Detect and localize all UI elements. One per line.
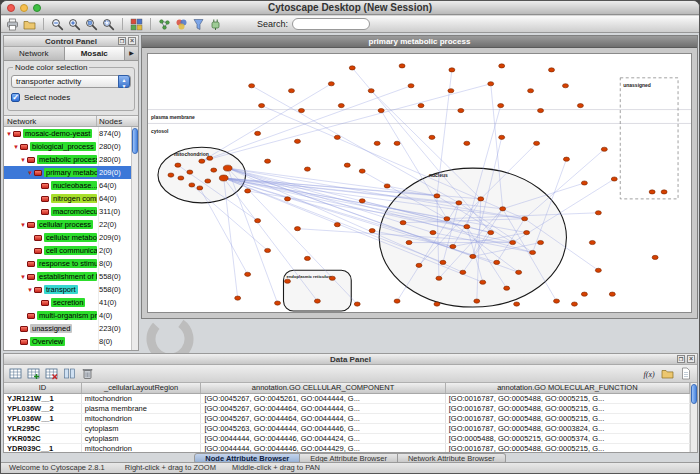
graph-node[interactable]: [394, 141, 400, 145]
graph-node[interactable]: [223, 165, 232, 171]
graph-node[interactable]: [581, 181, 587, 185]
tab-scroll-right-icon[interactable]: [125, 47, 138, 60]
table-row[interactable]: YPL036W__2plasma membrane[GO:0045267, GO…: [4, 404, 690, 414]
print-icon[interactable]: [5, 17, 20, 32]
graph-node[interactable]: [611, 177, 617, 181]
graph-edge[interactable]: [202, 84, 491, 161]
graph-node[interactable]: [440, 260, 446, 264]
expand-arrow-icon[interactable]: ▼: [27, 287, 34, 293]
tree-row-transport[interactable]: ▼transport558(0): [4, 283, 138, 296]
tree-row-cellular-process[interactable]: ▼cellular process22(0): [4, 218, 138, 231]
annotation-icon[interactable]: [129, 17, 144, 32]
graph-node[interactable]: [488, 231, 494, 235]
expand-arrow-icon[interactable]: ▼: [6, 131, 13, 137]
zoom-in-icon[interactable]: [67, 17, 82, 32]
table-scrollbar[interactable]: [690, 383, 697, 452]
column-go-cellular-component[interactable]: annotation.GO CELLULAR_COMPONENT: [201, 383, 445, 393]
filter-icon[interactable]: [191, 17, 206, 32]
graph-node[interactable]: [562, 84, 568, 88]
graph-node[interactable]: [516, 270, 522, 274]
table-row[interactable]: YJR121W__1mitochondrion[GO:0045267, GO:0…: [4, 394, 690, 404]
graph-node[interactable]: [298, 108, 304, 112]
graph-edge[interactable]: [224, 178, 318, 301]
graph-node[interactable]: [538, 108, 544, 112]
graph-node[interactable]: [464, 225, 470, 229]
graph-node[interactable]: [314, 299, 320, 303]
select-attributes-icon[interactable]: [8, 366, 23, 381]
zoom-selected-icon[interactable]: [84, 17, 99, 32]
graph-node[interactable]: [168, 173, 174, 177]
graph-node[interactable]: [456, 201, 462, 205]
graph-node[interactable]: [577, 104, 583, 108]
graph-node[interactable]: [589, 240, 595, 244]
graph-node[interactable]: [434, 302, 440, 306]
graph-node[interactable]: [284, 279, 290, 283]
expand-arrow-icon[interactable]: ▼: [20, 157, 27, 163]
dropdown-arrows-icon[interactable]: [118, 75, 130, 88]
vizmapper-icon[interactable]: [174, 17, 189, 32]
graph-node[interactable]: [368, 89, 374, 93]
tree-row-unassigned[interactable]: unassigned223(0): [4, 322, 138, 335]
graph-node[interactable]: [524, 231, 530, 235]
tab-mosaic[interactable]: Mosaic: [65, 47, 126, 60]
graph-node[interactable]: [294, 139, 300, 143]
column-network[interactable]: Network: [4, 116, 97, 126]
tree-row-macromolecule[interactable]: macromolecule...311(0): [4, 205, 138, 218]
graph-node[interactable]: [205, 179, 211, 183]
graph-node[interactable]: [175, 163, 181, 167]
graph-node[interactable]: [245, 272, 251, 276]
data-panel-header[interactable]: Data Panel: [4, 354, 697, 365]
graph-node[interactable]: [609, 292, 615, 296]
expand-arrow-icon[interactable]: ▼: [20, 222, 27, 228]
graph-node[interactable]: [449, 68, 455, 72]
float-panel-icon[interactable]: [118, 37, 126, 45]
graph-node[interactable]: [429, 135, 435, 139]
graph-node[interactable]: [354, 302, 360, 306]
tree-row-response-to-stimul[interactable]: response to stimul...8(0): [4, 257, 138, 270]
zoom-out-icon[interactable]: [50, 17, 65, 32]
graph-node[interactable]: [334, 135, 340, 139]
graph-node[interactable]: [478, 197, 484, 201]
graph-node[interactable]: [284, 197, 290, 201]
tree-row-cell-communica[interactable]: cell communica...2(0): [4, 244, 138, 257]
graph-node[interactable]: [499, 64, 505, 68]
scrollbar-thumb[interactable]: [691, 384, 697, 404]
visible-columns-icon[interactable]: [62, 366, 77, 381]
graph-node[interactable]: [661, 190, 667, 194]
control-panel-header[interactable]: Control Panel: [4, 36, 138, 47]
tree-row-primary-metabo[interactable]: ▼primary metabo209(0): [4, 166, 138, 179]
table-row[interactable]: YPL036W__1mitochondrion[GO:0045267, GO:0…: [4, 414, 690, 424]
graph-node[interactable]: [211, 168, 217, 172]
graph-node[interactable]: [652, 255, 658, 259]
graph-node[interactable]: [400, 221, 406, 225]
attribute-file-icon[interactable]: [678, 366, 693, 381]
tree-row-nitrogen-compo[interactable]: nitrogen compo...64(0): [4, 192, 138, 205]
graph-node[interactable]: [601, 147, 607, 151]
graph-node[interactable]: [488, 82, 494, 86]
graph-node[interactable]: [436, 276, 442, 280]
close-panel-icon[interactable]: [128, 37, 136, 45]
graph-node[interactable]: [549, 68, 555, 72]
graph-node[interactable]: [510, 240, 516, 244]
graph-node[interactable]: [359, 199, 365, 203]
minimize-window-icon[interactable]: [20, 4, 28, 12]
graph-node[interactable]: [255, 219, 261, 223]
graph-node[interactable]: [416, 263, 422, 267]
float-panel-icon[interactable]: [677, 355, 685, 363]
graph-node[interactable]: [197, 186, 203, 190]
graph-node[interactable]: [399, 64, 405, 68]
graph-node[interactable]: [434, 194, 440, 198]
graph-node[interactable]: [444, 217, 450, 221]
graph-node[interactable]: [249, 84, 255, 88]
graph-node[interactable]: [178, 176, 184, 180]
graph-node[interactable]: [328, 82, 334, 86]
graph-node[interactable]: [294, 227, 300, 231]
graph-node[interactable]: [275, 301, 281, 305]
plugins-icon[interactable]: [208, 17, 223, 32]
graph-node[interactable]: [219, 175, 228, 181]
graph-node[interactable]: [304, 256, 310, 260]
import-network-icon[interactable]: [22, 17, 37, 32]
graph-node[interactable]: [528, 89, 534, 93]
tree-row-mosaic-demo-yeast[interactable]: ▼mosaic-demo-yeast874(0): [4, 127, 138, 140]
tree-row-cellular-metabo[interactable]: cellular metabo...209(0): [4, 231, 138, 244]
